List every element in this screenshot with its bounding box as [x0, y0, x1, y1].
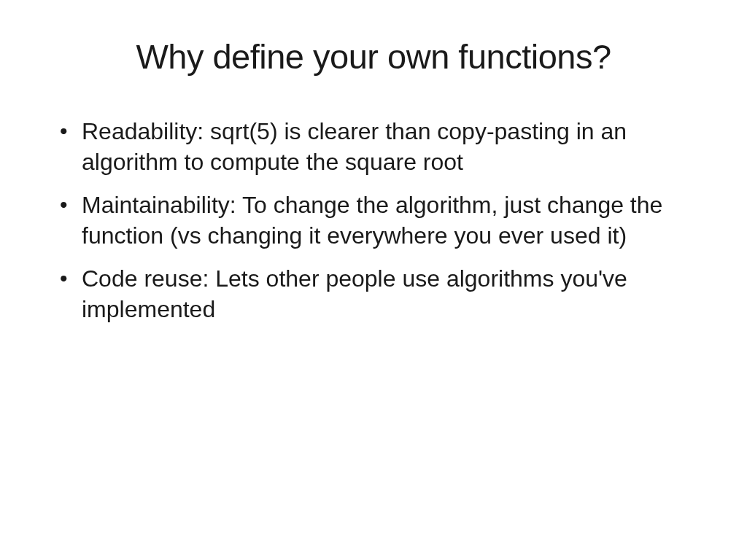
bullet-item: Readability: sqrt(5) is clearer than cop…	[51, 117, 696, 177]
slide-container: Why define your own functions? Readabili…	[0, 0, 747, 560]
bullet-list: Readability: sqrt(5) is clearer than cop…	[51, 117, 696, 325]
slide-title: Why define your own functions?	[51, 36, 696, 77]
bullet-item: Code reuse: Lets other people use algori…	[51, 264, 696, 324]
bullet-item: Maintainability: To change the algorithm…	[51, 190, 696, 251]
